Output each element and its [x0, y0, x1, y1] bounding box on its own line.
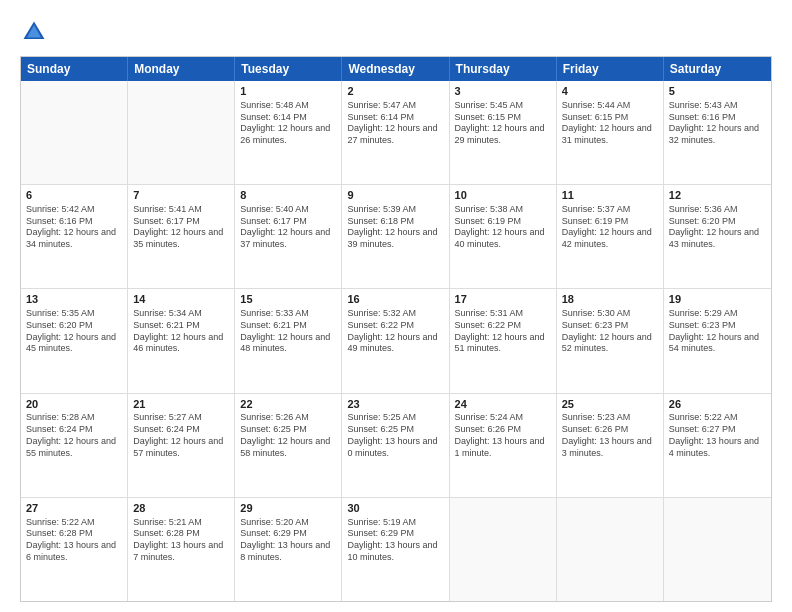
logo-icon	[20, 18, 48, 46]
cal-cell-26: 26Sunrise: 5:22 AM Sunset: 6:27 PM Dayli…	[664, 394, 771, 497]
day-number: 15	[240, 292, 336, 307]
day-info: Sunrise: 5:29 AM Sunset: 6:23 PM Dayligh…	[669, 308, 766, 355]
day-number: 2	[347, 84, 443, 99]
day-info: Sunrise: 5:36 AM Sunset: 6:20 PM Dayligh…	[669, 204, 766, 251]
day-info: Sunrise: 5:48 AM Sunset: 6:14 PM Dayligh…	[240, 100, 336, 147]
calendar-body: 1Sunrise: 5:48 AM Sunset: 6:14 PM Daylig…	[21, 81, 771, 601]
cal-cell-2: 2Sunrise: 5:47 AM Sunset: 6:14 PM Daylig…	[342, 81, 449, 184]
header	[20, 18, 772, 46]
cal-cell-1: 1Sunrise: 5:48 AM Sunset: 6:14 PM Daylig…	[235, 81, 342, 184]
calendar: SundayMondayTuesdayWednesdayThursdayFrid…	[20, 56, 772, 602]
cal-cell-24: 24Sunrise: 5:24 AM Sunset: 6:26 PM Dayli…	[450, 394, 557, 497]
cal-cell-22: 22Sunrise: 5:26 AM Sunset: 6:25 PM Dayli…	[235, 394, 342, 497]
day-info: Sunrise: 5:43 AM Sunset: 6:16 PM Dayligh…	[669, 100, 766, 147]
day-info: Sunrise: 5:22 AM Sunset: 6:27 PM Dayligh…	[669, 412, 766, 459]
day-number: 13	[26, 292, 122, 307]
day-number: 28	[133, 501, 229, 516]
cal-cell-5: 5Sunrise: 5:43 AM Sunset: 6:16 PM Daylig…	[664, 81, 771, 184]
day-info: Sunrise: 5:31 AM Sunset: 6:22 PM Dayligh…	[455, 308, 551, 355]
cal-cell-10: 10Sunrise: 5:38 AM Sunset: 6:19 PM Dayli…	[450, 185, 557, 288]
day-number: 3	[455, 84, 551, 99]
cal-row-3: 20Sunrise: 5:28 AM Sunset: 6:24 PM Dayli…	[21, 394, 771, 498]
day-info: Sunrise: 5:39 AM Sunset: 6:18 PM Dayligh…	[347, 204, 443, 251]
cal-cell-empty-0-0	[21, 81, 128, 184]
cal-cell-30: 30Sunrise: 5:19 AM Sunset: 6:29 PM Dayli…	[342, 498, 449, 601]
day-number: 17	[455, 292, 551, 307]
header-day-saturday: Saturday	[664, 57, 771, 81]
day-info: Sunrise: 5:21 AM Sunset: 6:28 PM Dayligh…	[133, 517, 229, 564]
day-info: Sunrise: 5:27 AM Sunset: 6:24 PM Dayligh…	[133, 412, 229, 459]
day-info: Sunrise: 5:25 AM Sunset: 6:25 PM Dayligh…	[347, 412, 443, 459]
day-info: Sunrise: 5:20 AM Sunset: 6:29 PM Dayligh…	[240, 517, 336, 564]
cal-row-1: 6Sunrise: 5:42 AM Sunset: 6:16 PM Daylig…	[21, 185, 771, 289]
cal-cell-23: 23Sunrise: 5:25 AM Sunset: 6:25 PM Dayli…	[342, 394, 449, 497]
day-info: Sunrise: 5:32 AM Sunset: 6:22 PM Dayligh…	[347, 308, 443, 355]
day-number: 16	[347, 292, 443, 307]
day-info: Sunrise: 5:41 AM Sunset: 6:17 PM Dayligh…	[133, 204, 229, 251]
cal-cell-14: 14Sunrise: 5:34 AM Sunset: 6:21 PM Dayli…	[128, 289, 235, 392]
cal-cell-empty-4-4	[450, 498, 557, 601]
day-number: 4	[562, 84, 658, 99]
day-info: Sunrise: 5:47 AM Sunset: 6:14 PM Dayligh…	[347, 100, 443, 147]
header-day-thursday: Thursday	[450, 57, 557, 81]
day-number: 19	[669, 292, 766, 307]
cal-cell-empty-4-6	[664, 498, 771, 601]
day-number: 27	[26, 501, 122, 516]
day-info: Sunrise: 5:45 AM Sunset: 6:15 PM Dayligh…	[455, 100, 551, 147]
day-info: Sunrise: 5:24 AM Sunset: 6:26 PM Dayligh…	[455, 412, 551, 459]
day-number: 30	[347, 501, 443, 516]
day-number: 20	[26, 397, 122, 412]
cal-cell-8: 8Sunrise: 5:40 AM Sunset: 6:17 PM Daylig…	[235, 185, 342, 288]
page: SundayMondayTuesdayWednesdayThursdayFrid…	[0, 0, 792, 612]
day-number: 25	[562, 397, 658, 412]
day-info: Sunrise: 5:42 AM Sunset: 6:16 PM Dayligh…	[26, 204, 122, 251]
day-number: 1	[240, 84, 336, 99]
cal-cell-28: 28Sunrise: 5:21 AM Sunset: 6:28 PM Dayli…	[128, 498, 235, 601]
cal-cell-16: 16Sunrise: 5:32 AM Sunset: 6:22 PM Dayli…	[342, 289, 449, 392]
day-info: Sunrise: 5:33 AM Sunset: 6:21 PM Dayligh…	[240, 308, 336, 355]
header-day-friday: Friday	[557, 57, 664, 81]
day-info: Sunrise: 5:23 AM Sunset: 6:26 PM Dayligh…	[562, 412, 658, 459]
cal-cell-4: 4Sunrise: 5:44 AM Sunset: 6:15 PM Daylig…	[557, 81, 664, 184]
cal-cell-3: 3Sunrise: 5:45 AM Sunset: 6:15 PM Daylig…	[450, 81, 557, 184]
header-day-monday: Monday	[128, 57, 235, 81]
day-number: 21	[133, 397, 229, 412]
cal-cell-17: 17Sunrise: 5:31 AM Sunset: 6:22 PM Dayli…	[450, 289, 557, 392]
day-number: 18	[562, 292, 658, 307]
cal-cell-7: 7Sunrise: 5:41 AM Sunset: 6:17 PM Daylig…	[128, 185, 235, 288]
cal-row-4: 27Sunrise: 5:22 AM Sunset: 6:28 PM Dayli…	[21, 498, 771, 601]
day-info: Sunrise: 5:35 AM Sunset: 6:20 PM Dayligh…	[26, 308, 122, 355]
header-day-wednesday: Wednesday	[342, 57, 449, 81]
cal-cell-15: 15Sunrise: 5:33 AM Sunset: 6:21 PM Dayli…	[235, 289, 342, 392]
header-day-tuesday: Tuesday	[235, 57, 342, 81]
day-number: 23	[347, 397, 443, 412]
day-number: 26	[669, 397, 766, 412]
cal-cell-empty-0-1	[128, 81, 235, 184]
calendar-header: SundayMondayTuesdayWednesdayThursdayFrid…	[21, 57, 771, 81]
cal-cell-6: 6Sunrise: 5:42 AM Sunset: 6:16 PM Daylig…	[21, 185, 128, 288]
cal-row-2: 13Sunrise: 5:35 AM Sunset: 6:20 PM Dayli…	[21, 289, 771, 393]
cal-cell-13: 13Sunrise: 5:35 AM Sunset: 6:20 PM Dayli…	[21, 289, 128, 392]
cal-cell-11: 11Sunrise: 5:37 AM Sunset: 6:19 PM Dayli…	[557, 185, 664, 288]
cal-cell-27: 27Sunrise: 5:22 AM Sunset: 6:28 PM Dayli…	[21, 498, 128, 601]
cal-cell-19: 19Sunrise: 5:29 AM Sunset: 6:23 PM Dayli…	[664, 289, 771, 392]
day-number: 29	[240, 501, 336, 516]
day-number: 12	[669, 188, 766, 203]
cal-cell-9: 9Sunrise: 5:39 AM Sunset: 6:18 PM Daylig…	[342, 185, 449, 288]
day-number: 6	[26, 188, 122, 203]
day-info: Sunrise: 5:34 AM Sunset: 6:21 PM Dayligh…	[133, 308, 229, 355]
day-number: 10	[455, 188, 551, 203]
day-info: Sunrise: 5:44 AM Sunset: 6:15 PM Dayligh…	[562, 100, 658, 147]
cal-row-0: 1Sunrise: 5:48 AM Sunset: 6:14 PM Daylig…	[21, 81, 771, 185]
cal-cell-21: 21Sunrise: 5:27 AM Sunset: 6:24 PM Dayli…	[128, 394, 235, 497]
day-number: 7	[133, 188, 229, 203]
day-info: Sunrise: 5:30 AM Sunset: 6:23 PM Dayligh…	[562, 308, 658, 355]
day-info: Sunrise: 5:37 AM Sunset: 6:19 PM Dayligh…	[562, 204, 658, 251]
day-info: Sunrise: 5:26 AM Sunset: 6:25 PM Dayligh…	[240, 412, 336, 459]
header-day-sunday: Sunday	[21, 57, 128, 81]
day-number: 8	[240, 188, 336, 203]
day-info: Sunrise: 5:40 AM Sunset: 6:17 PM Dayligh…	[240, 204, 336, 251]
day-info: Sunrise: 5:19 AM Sunset: 6:29 PM Dayligh…	[347, 517, 443, 564]
day-info: Sunrise: 5:22 AM Sunset: 6:28 PM Dayligh…	[26, 517, 122, 564]
day-number: 14	[133, 292, 229, 307]
